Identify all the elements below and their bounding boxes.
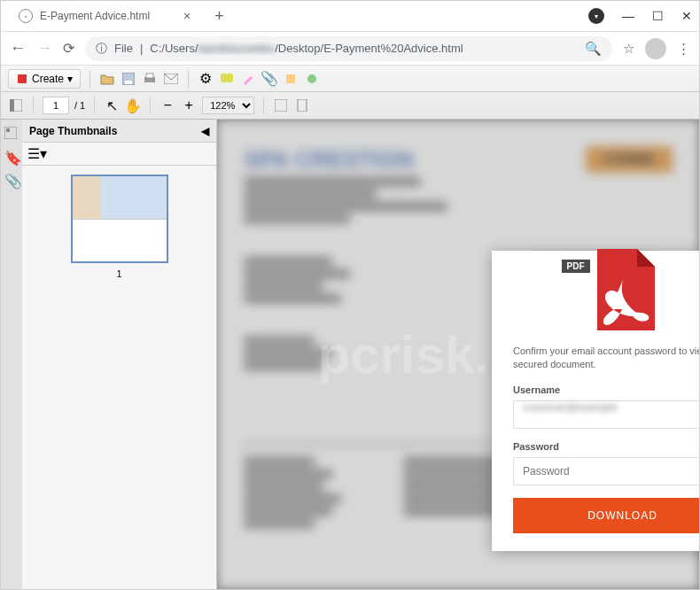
close-window-button[interactable]: ✕	[681, 9, 692, 23]
email-icon[interactable]	[163, 71, 179, 87]
comment-icon[interactable]	[219, 71, 235, 87]
page-total: / 1	[74, 100, 85, 111]
hand-tool-icon[interactable]: ✋	[125, 97, 141, 113]
document-view: SPA CRESTION CONNE	[217, 120, 699, 589]
pdf-toolbar-row-1: Create ▾ ⚙ 📎	[1, 66, 699, 92]
save-icon[interactable]	[121, 71, 136, 87]
svg-rect-11	[275, 99, 287, 112]
side-tabs: 🔖 📎	[1, 120, 22, 589]
username-label: Username	[513, 384, 699, 395]
window-controls: ▾ — ☐ ✕	[588, 8, 692, 24]
select-tool-icon[interactable]: ↖	[104, 97, 120, 113]
thumbnails-panel: Page Thumbnails ◀ ☰▾ 1	[22, 120, 217, 589]
password-input[interactable]	[513, 457, 699, 485]
search-icon[interactable]: 🔍	[585, 41, 602, 57]
svg-rect-4	[146, 74, 153, 78]
bookmarks-tab-icon[interactable]: 🔖	[4, 150, 19, 164]
thumbnails-body: 1	[22, 166, 216, 589]
svg-rect-6	[221, 74, 233, 82]
svg-rect-7	[286, 74, 295, 83]
collapse-panel-icon[interactable]: ◀	[201, 125, 209, 137]
zoom-select[interactable]: 122%	[202, 97, 254, 114]
zoom-in-icon[interactable]: +	[181, 97, 197, 113]
thumbnail-page-number: 1	[116, 268, 121, 279]
tab-title: E-Payment Advice.html	[40, 10, 150, 22]
profile-incognito-icon[interactable]: ▾	[588, 8, 604, 24]
pdf-toolbar: Create ▾ ⚙ 📎 / 1 ↖ ✋ − +	[1, 66, 699, 120]
menu-icon[interactable]: ⋮	[677, 41, 690, 57]
pdf-toolbar-row-2: / 1 ↖ ✋ − + 122%	[1, 92, 699, 119]
login-popup: PDF Confirm your email account password …	[492, 251, 699, 551]
sign-icon[interactable]	[304, 71, 320, 87]
gear-icon[interactable]: ⚙	[198, 71, 214, 87]
browser-window: ◦ E-Payment Advice.html × + ▾ — ☐ ✕ ← → …	[0, 0, 700, 590]
create-button[interactable]: Create ▾	[8, 69, 81, 89]
svg-rect-12	[298, 99, 307, 112]
highlight-icon[interactable]	[240, 71, 256, 87]
pdf-logo: PDF	[492, 249, 699, 334]
stamp-icon[interactable]	[283, 71, 299, 87]
svg-rect-0	[18, 74, 27, 83]
main-area: 🔖 📎 Page Thumbnails ◀ ☰▾ 1	[1, 120, 699, 589]
browser-tab[interactable]: ◦ E-Payment Advice.html ×	[8, 4, 201, 28]
svg-rect-10	[10, 99, 14, 112]
thumbnails-tools: ☰▾	[22, 143, 216, 166]
new-tab-button[interactable]: +	[214, 7, 224, 26]
sidebar-toggle-icon[interactable]	[8, 97, 24, 113]
create-label: Create	[32, 73, 64, 85]
fit-page-icon[interactable]	[294, 97, 310, 113]
download-button[interactable]: DOWNLOAD	[513, 498, 699, 533]
thumb-options-icon[interactable]: ☰▾	[29, 146, 45, 162]
svg-rect-2	[125, 81, 132, 84]
titlebar: ◦ E-Payment Advice.html × + ▾ — ☐ ✕	[1, 1, 699, 32]
open-icon[interactable]	[99, 71, 115, 87]
back-button[interactable]: ←	[10, 39, 26, 58]
close-tab-icon[interactable]: ×	[183, 9, 191, 23]
star-icon[interactable]: ☆	[623, 41, 634, 57]
forward-button[interactable]: →	[36, 39, 52, 58]
avatar[interactable]	[645, 38, 666, 59]
username-input[interactable]: customer@example	[513, 400, 699, 429]
popup-body: Confirm your email account password to v…	[492, 334, 699, 533]
dropdown-arrow-icon: ▾	[67, 73, 73, 85]
zoom-out-icon[interactable]: −	[159, 97, 175, 113]
adobe-pdf-icon	[588, 249, 657, 330]
attach-icon[interactable]: 📎	[261, 71, 277, 87]
address-bar: ← → ⟳ ⓘ File | C:/Users/karolislucveikis…	[1, 32, 699, 66]
svg-rect-14	[6, 128, 10, 132]
attachments-tab-icon[interactable]: 📎	[4, 173, 19, 187]
url-scheme: File	[114, 42, 133, 55]
doc-heading: SPA CRESTION	[244, 146, 447, 174]
thumbnails-title: Page Thumbnails	[29, 125, 117, 137]
page-thumbnail[interactable]	[71, 175, 168, 263]
pdf-badge: PDF	[562, 260, 590, 273]
fit-width-icon[interactable]	[273, 97, 289, 113]
thumbnails-tab-icon[interactable]	[4, 127, 19, 141]
thumbnails-header: Page Thumbnails ◀	[22, 120, 216, 143]
print-icon[interactable]	[142, 71, 158, 87]
popup-message: Confirm your email account password to v…	[513, 345, 699, 372]
page-number-input[interactable]	[43, 97, 69, 114]
svg-point-8	[307, 74, 316, 83]
url-box[interactable]: ⓘ File | C:/Users/karolislucveikis/Deskt…	[85, 36, 612, 61]
page-icon: ◦	[19, 9, 33, 23]
password-label: Password	[513, 441, 699, 452]
doc-corner-label: CONNE	[586, 146, 673, 173]
info-icon: ⓘ	[96, 41, 107, 57]
minimize-button[interactable]: —	[622, 9, 634, 23]
maximize-button[interactable]: ☐	[652, 9, 664, 23]
url-text: C:/Users/karolislucveikis/Desktop/E-Paym…	[150, 42, 578, 55]
pdf-create-icon	[16, 73, 28, 85]
reload-button[interactable]: ⟳	[63, 40, 74, 57]
